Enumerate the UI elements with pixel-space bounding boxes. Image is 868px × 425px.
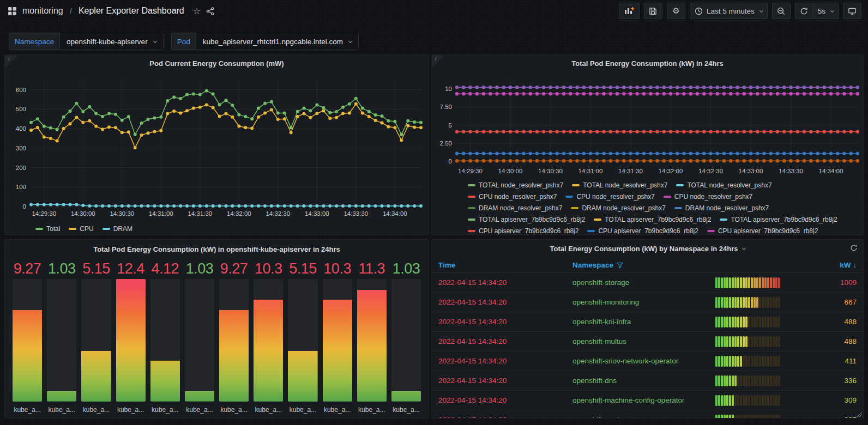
legend-item[interactable]: TOTAL apiserver_7b9bc9d9c6_rb8j2 bbox=[720, 214, 837, 225]
led-cell bbox=[767, 415, 769, 419]
legend-item[interactable]: DRAM node_resolver_pshx7 bbox=[674, 202, 769, 214]
led-cell bbox=[759, 356, 761, 367]
refresh-button[interactable] bbox=[795, 3, 813, 19]
led-cell bbox=[715, 297, 718, 308]
led-cell bbox=[764, 277, 767, 288]
led-cell bbox=[764, 356, 767, 367]
cell-time[interactable]: 2022-04-15 14:34:20 bbox=[432, 337, 569, 345]
table-scroll-area[interactable]: Time Namespace kW↓ 2022-04-15 14:34:20op… bbox=[432, 257, 863, 418]
panel-header: Total Energy Consumption (kW) by Namespa… bbox=[432, 240, 863, 257]
led-cell bbox=[729, 317, 731, 327]
line-chart-pod-current[interactable]: 14:29:3014:30:0014:30:3014:31:0014:31:30… bbox=[5, 71, 427, 222]
bar-gauge-track bbox=[13, 279, 42, 402]
led-cell bbox=[751, 395, 753, 406]
legend-item[interactable]: CPU bbox=[69, 223, 93, 234]
legend-item[interactable]: Total bbox=[35, 223, 60, 234]
legend-item[interactable]: CPU node_resolver_pshx7 bbox=[664, 191, 752, 202]
legend-item[interactable]: CPU apiserver_7b9bc9d9c6_rb8j2 bbox=[707, 225, 818, 234]
legend-item[interactable]: CPU node_resolver_pshx7 bbox=[468, 191, 557, 202]
led-cell bbox=[740, 415, 742, 419]
led-cell bbox=[748, 395, 750, 406]
variable-pod-select[interactable]: kube_apiserver_rhtctrl1.npgcable.intel.c… bbox=[196, 33, 359, 50]
panel-title[interactable]: Total Pod Energy Consumption (kW) in ope… bbox=[93, 245, 340, 253]
led-cell bbox=[759, 375, 761, 386]
cell-time[interactable]: 2022-04-15 14:34:20 bbox=[432, 357, 569, 365]
cell-namespace[interactable]: openshift-kni-infra bbox=[569, 318, 710, 326]
cycle-view-mode-button[interactable] bbox=[843, 3, 861, 19]
legend-item[interactable]: CPU apiserver_7b9bc9d9c6_rb8j2 bbox=[468, 225, 578, 234]
add-panel-button[interactable] bbox=[619, 3, 640, 19]
zoom-out-button[interactable] bbox=[772, 3, 791, 19]
cell-time[interactable]: 2022-04-15 14:34:20 bbox=[432, 318, 569, 326]
bar-gauge-track bbox=[254, 279, 283, 402]
legend-item[interactable]: CPU node_resolver_pshx7 bbox=[565, 191, 654, 202]
legend-item[interactable]: TOTAL node_resolver_pshx7 bbox=[468, 179, 563, 191]
legend-item[interactable]: DRAM node_resolver_pshx7 bbox=[468, 202, 562, 214]
cell-namespace[interactable]: openshift-monitoring bbox=[569, 298, 710, 306]
panel-refresh-icon[interactable] bbox=[850, 244, 858, 252]
refresh-interval-select[interactable]: 5s bbox=[813, 3, 839, 19]
panel-title[interactable]: Total Energy Consumption (kW) by Namespa… bbox=[550, 245, 738, 253]
bar-gauge-label: kube_a... bbox=[13, 402, 42, 414]
legend-label: CPU node_resolver_pshx7 bbox=[576, 193, 654, 201]
cell-time[interactable]: 2022-04-15 14:34:20 bbox=[432, 377, 569, 385]
breadcrumb-dashboard-title[interactable]: Kepler Exporter Dashboard bbox=[79, 6, 184, 16]
share-icon[interactable] bbox=[206, 7, 214, 15]
cell-time[interactable]: 2022-04-15 14:34:20 bbox=[432, 278, 569, 287]
panel-title[interactable]: Pod Current Energy Consumption (mW) bbox=[149, 59, 284, 68]
star-icon[interactable]: ☆ bbox=[193, 6, 201, 16]
legend-item[interactable]: CPU apiserver_7b9bc9d9c6_rb8j2 bbox=[587, 225, 698, 234]
filter-icon[interactable] bbox=[617, 262, 623, 269]
cell-namespace[interactable]: openshift-sriov-network-operator bbox=[569, 357, 710, 365]
legend-item[interactable]: TOTAL node_resolver_pshx7 bbox=[572, 179, 667, 191]
variable-namespace-select[interactable]: openshift-kube-apiserver bbox=[59, 33, 164, 50]
legend-item[interactable]: TOTAL apiserver_7b9bc9d9c6_rb8j2 bbox=[468, 214, 585, 225]
cell-namespace[interactable]: openshift-dns bbox=[569, 377, 710, 385]
panel-resize-handle[interactable] bbox=[857, 411, 862, 417]
led-cell bbox=[737, 395, 739, 406]
svg-text:14:32:00: 14:32:00 bbox=[659, 168, 683, 174]
breadcrumb-section[interactable]: monitoring bbox=[22, 6, 63, 16]
panel-title[interactable]: Total Pod Energy Consumption (kW) in 24h… bbox=[571, 59, 724, 68]
legend-item[interactable]: DRAM node_resolver_pshx7 bbox=[571, 202, 665, 214]
svg-text:14:33:30: 14:33:30 bbox=[779, 168, 803, 174]
dashboard-settings-button[interactable]: ⚙ bbox=[667, 3, 685, 19]
column-header-kw[interactable]: kW↓ bbox=[823, 261, 863, 269]
cell-namespace[interactable]: openshift-storage bbox=[569, 278, 710, 287]
column-header-namespace[interactable]: Namespace bbox=[569, 261, 710, 269]
column-header-time[interactable]: Time bbox=[432, 261, 569, 269]
led-cell bbox=[729, 356, 731, 367]
led-cell bbox=[759, 277, 761, 288]
panel-header: Pod Current Energy Consumption (mW) bbox=[5, 55, 429, 71]
time-range-picker[interactable]: Last 5 minutes bbox=[690, 3, 768, 19]
cell-namespace[interactable]: openshift-multus bbox=[569, 337, 710, 345]
bar-gauge-column: 9.27kube_a... bbox=[219, 258, 249, 414]
cell-time[interactable]: 2022-04-15 14:34:20 bbox=[432, 396, 569, 404]
cell-time[interactable]: 2022-04-15 14:34:20 bbox=[432, 416, 569, 418]
variable-namespace: Namespace openshift-kube-apiserver bbox=[9, 33, 164, 50]
monitor-icon bbox=[848, 7, 857, 15]
clock-icon bbox=[695, 7, 703, 15]
cell-time[interactable]: 2022-04-15 14:34:20 bbox=[432, 298, 569, 306]
bar-gauge-track bbox=[185, 279, 214, 402]
apps-grid-icon[interactable] bbox=[8, 7, 17, 16]
led-cell bbox=[770, 317, 772, 327]
legend-item[interactable]: TOTAL apiserver_7b9bc9d9c6_rb8j2 bbox=[594, 214, 711, 225]
panel-menu-caret-icon[interactable] bbox=[742, 246, 745, 250]
svg-text:14:33:00: 14:33:00 bbox=[739, 168, 763, 174]
bar-gauge-column: 11.3kube_a... bbox=[357, 258, 387, 414]
legend-swatch-icon bbox=[676, 184, 684, 186]
save-dashboard-button[interactable] bbox=[644, 3, 662, 19]
svg-text:2.50: 2.50 bbox=[440, 140, 452, 147]
cell-namespace[interactable]: openshift-marketplace bbox=[569, 416, 710, 418]
line-chart-total-pod-energy[interactable]: 14:29:3014:30:0014:30:3014:31:0014:31:30… bbox=[432, 71, 863, 178]
legend-item[interactable]: DRAM bbox=[103, 223, 132, 234]
bar-gauge-value: 11.3 bbox=[357, 258, 387, 279]
bar-gauge-track bbox=[391, 279, 421, 402]
led-cell bbox=[726, 375, 728, 386]
table-row: 2022-04-15 14:34:20openshift-multus488 bbox=[432, 331, 863, 351]
svg-text:14:33:30: 14:33:30 bbox=[343, 210, 368, 217]
led-cell bbox=[732, 277, 734, 288]
cell-namespace[interactable]: openshift-machine-config-operator bbox=[569, 396, 710, 404]
legend-item[interactable]: TOTAL node_resolver_pshx7 bbox=[676, 179, 771, 191]
